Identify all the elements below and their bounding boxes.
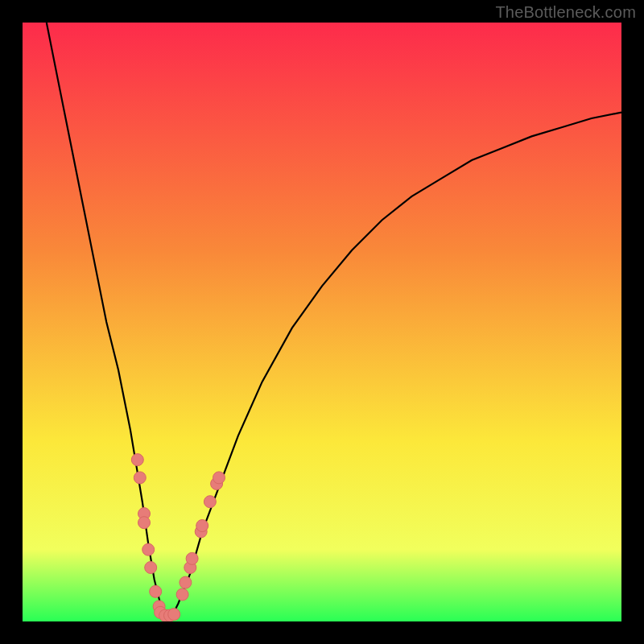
data-point	[150, 585, 162, 597]
data-point	[134, 472, 146, 484]
data-point	[196, 520, 208, 532]
data-point	[145, 562, 157, 574]
data-point	[204, 496, 216, 508]
plot-area	[23, 23, 621, 621]
data-point	[186, 552, 198, 564]
data-point	[142, 543, 155, 555]
data-point	[138, 517, 151, 529]
data-point	[168, 609, 180, 621]
chart-svg	[23, 23, 621, 621]
watermark-text: TheBottleneck.com	[495, 3, 636, 22]
gradient-background	[23, 23, 621, 621]
data-point	[131, 454, 143, 466]
chart-frame: TheBottleneck.com	[0, 0, 644, 644]
data-point	[176, 588, 188, 601]
data-point	[213, 472, 225, 484]
data-point	[180, 576, 192, 588]
